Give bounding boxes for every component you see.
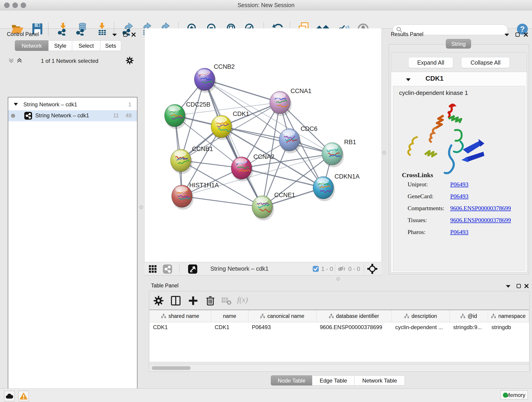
viewbar-separator (179, 264, 179, 273)
crosslink-row: Compartments:9606.ENSP00000378699 (408, 205, 522, 217)
network-node-label: CDC25B (186, 101, 210, 108)
results-panel-float-icon[interactable] (515, 32, 520, 37)
table-cell[interactable]: stringdb (488, 322, 529, 332)
network-type-icon (24, 112, 32, 120)
network-node-label: CCNA1 (291, 88, 312, 95)
network-node-label: CCNE1 (274, 191, 295, 198)
navigator-crosshair-icon[interactable] (367, 264, 378, 274)
tab-style[interactable]: Style (48, 40, 72, 51)
warnings-button[interactable] (18, 391, 29, 401)
crosslink-row: GeneCard:P06493 (408, 193, 522, 205)
right-splitter-handle[interactable] (382, 151, 386, 154)
tab-node-table[interactable]: Node Table (271, 375, 312, 385)
window-minimize-button[interactable] (12, 2, 18, 8)
table-panel-close-icon[interactable] (524, 283, 529, 288)
results-node-details: cyclin-dependent kinase 1 CrossLinks Uni… (393, 86, 525, 271)
function-builder-icon-disabled: f(x) (237, 295, 248, 304)
control-panel-menu-icon[interactable] (112, 33, 117, 37)
column-header[interactable]: description (392, 310, 450, 322)
tab-string-results[interactable]: String (446, 39, 471, 49)
network-canvas[interactable]: CCNB2CCNA1CDC25BCDK1CDC6RB1CCNB1CCNA2CDK… (144, 28, 382, 262)
scrollbar-thumb[interactable] (152, 366, 191, 370)
column-header[interactable]: name (211, 310, 248, 322)
open-in-new-window-icon[interactable] (188, 264, 197, 274)
network-row-selected[interactable]: String Network – cdk1 11 48 (8, 110, 137, 121)
network-options-gear-icon[interactable] (126, 56, 134, 65)
table-options-gear-icon[interactable] (153, 295, 164, 306)
crosslink-link[interactable]: 9606.ENSP00000378699 (450, 217, 511, 224)
window-close-button[interactable] (4, 2, 10, 8)
results-panel-menu-icon[interactable] (504, 33, 510, 37)
delete-column-icon[interactable] (205, 295, 215, 306)
show-columns-icon[interactable] (171, 295, 181, 306)
table-panel-body: f(x) shared name name canonical name dat… (149, 291, 530, 372)
network-edge-count: 48 (126, 112, 132, 119)
network-node-label: CCNB2 (214, 63, 235, 70)
birds-eye-view-icon[interactable] (148, 265, 157, 274)
cloud-status-button[interactable] (4, 391, 15, 401)
selected-checkbox-icon[interactable] (312, 266, 319, 272)
crosslinks-title: CrossLinks (402, 172, 433, 179)
network-collection-row[interactable]: String Network – cdk1 1 (8, 99, 137, 110)
crosslink-link[interactable]: P06493 (450, 193, 468, 200)
memory-button[interactable]: Memory (500, 390, 528, 400)
warning-icon (20, 392, 27, 400)
expand-all-button[interactable]: Expand All (408, 57, 453, 68)
network-view-toolbar: String Network – cdk1 1 - 0 0 - 0 (144, 262, 382, 275)
current-network-indicator (11, 114, 15, 118)
table-row[interactable]: CDK1 CDK1 P06493 9606.ENSP00000378699 cy… (149, 322, 529, 332)
column-header[interactable]: @id (450, 310, 488, 322)
selected-nodes-edges-count: 1 - 0 (321, 265, 333, 273)
network-selection-status: 1 of 1 Network selected (2, 58, 138, 64)
crosslink-label: Uniprot: (408, 181, 428, 188)
network-row-label: String Network – cdk1 (35, 112, 89, 119)
shared-column-icon (460, 313, 465, 319)
table-panel-float-icon[interactable] (516, 283, 521, 288)
window-zoom-button[interactable] (21, 2, 26, 8)
title-bar: Session: New Session (0, 0, 532, 10)
create-column-icon[interactable] (188, 295, 198, 306)
table-cell[interactable]: cyclin-dependent ... (392, 322, 450, 332)
crosslink-link[interactable]: 9606.ENSP00000378699 (450, 205, 511, 212)
network-node-label: CDK1 (233, 110, 249, 117)
memory-status-dot (503, 393, 508, 398)
network-view-type-icon[interactable] (163, 264, 172, 274)
table-panel-menu-icon[interactable] (505, 284, 511, 288)
column-header[interactable]: shared name (149, 310, 211, 322)
table-cell[interactable]: stringdb:9... (450, 322, 488, 332)
tab-sets[interactable]: Sets (100, 40, 121, 51)
collapse-all-button[interactable]: Collapse All (461, 57, 510, 68)
shared-column-icon (161, 313, 166, 319)
table-cell[interactable]: CDK1 (149, 322, 211, 332)
crosslink-link[interactable]: P06493 (450, 181, 468, 188)
tab-edge-table[interactable]: Edge Table (312, 375, 355, 385)
section-expander-icon[interactable] (406, 78, 411, 81)
table-cell[interactable]: P06493 (248, 322, 316, 332)
control-panel-float-icon[interactable] (123, 32, 128, 37)
network-node-label: CCNA2 (253, 153, 274, 160)
string-network-graph[interactable]: CCNB2CCNA1CDC25BCDK1CDC6RB1CCNB1CCNA2CDK… (145, 28, 381, 262)
column-header[interactable]: namespace (488, 310, 529, 322)
hidden-nodes-edges-count: 0 - 0 (348, 265, 360, 273)
column-header[interactable]: database identifier (316, 310, 392, 322)
results-panel-close-icon[interactable] (523, 32, 528, 37)
crosslink-row: Uniprot:P06493 (408, 181, 522, 193)
crosslink-row: Pharos:P06493 (408, 229, 522, 241)
column-header[interactable]: canonical name (248, 310, 316, 322)
horizontal-scrollbar[interactable] (149, 365, 529, 371)
tree-expander-icon[interactable] (13, 102, 18, 106)
tab-network[interactable]: Network (15, 40, 49, 51)
table-cell[interactable]: 9606.ENSP00000378699 (316, 322, 392, 332)
control-panel-close-icon[interactable] (131, 32, 136, 37)
table-cell[interactable]: CDK1 (211, 322, 248, 332)
tab-select[interactable]: Select (72, 40, 100, 51)
network-node-label: CDC6 (301, 125, 317, 132)
tab-network-table[interactable]: Network Table (355, 375, 405, 385)
crosslink-label: GeneCard: (408, 193, 433, 200)
shared-column-icon (329, 313, 334, 319)
left-splitter-handle[interactable] (139, 205, 143, 209)
shared-column-icon (491, 313, 496, 319)
crosslink-link[interactable]: P06493 (450, 229, 468, 236)
network-tree: String Network – cdk1 1 String Network –… (8, 97, 138, 402)
horizontal-splitter-handle[interactable] (336, 277, 340, 281)
